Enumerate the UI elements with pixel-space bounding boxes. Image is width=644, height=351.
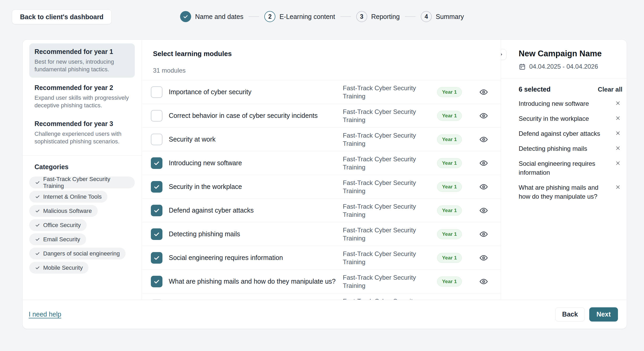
module-checkbox[interactable] xyxy=(151,228,162,240)
eye-icon xyxy=(479,253,488,262)
module-list-header: Select learning modules 31 modules xyxy=(142,40,501,74)
eye-icon xyxy=(479,135,488,144)
category-chip-fast-track-cyber-security-training[interactable]: Fast-Track Cyber Security Training xyxy=(29,177,135,188)
module-checkbox[interactable] xyxy=(151,134,162,145)
module-row: Introducing new softwareFast-Track Cyber… xyxy=(142,151,501,175)
category-chip-office-security[interactable]: Office Security xyxy=(29,219,87,231)
preview-module-button[interactable] xyxy=(478,205,489,216)
badge-cell: Year 1 xyxy=(430,87,469,97)
close-icon xyxy=(615,160,621,166)
recommendations-sidebar: Recommended for year 1Best for new users… xyxy=(23,40,142,300)
card-body: Recommended for year 1Best for new users… xyxy=(23,40,627,300)
module-category: Fast-Track Cyber Security Training xyxy=(343,179,430,195)
next-button[interactable]: Next xyxy=(589,307,618,322)
eye-cell xyxy=(469,205,498,216)
module-title: Security in the workplace xyxy=(169,183,343,190)
module-checkbox[interactable] xyxy=(151,181,162,193)
module-checkbox[interactable] xyxy=(151,86,162,98)
remove-selected-button[interactable] xyxy=(613,129,622,137)
selected-module-item: Security in the workplace xyxy=(519,114,622,123)
category-chip-mobile-security[interactable]: Mobile Security xyxy=(29,262,88,274)
selected-module-label: What are phishing mails and how do they … xyxy=(519,183,610,201)
preview-module-button[interactable] xyxy=(478,110,489,121)
close-icon xyxy=(615,115,621,121)
step-summary[interactable]: 4Summary xyxy=(421,11,464,22)
eye-cell xyxy=(469,276,498,287)
recommendation-recommended-for-year-2[interactable]: Recommended for year 2Expand user skills… xyxy=(29,79,135,114)
selected-module-item: Detecting phishing mails xyxy=(519,144,622,153)
campaign-name: New Campaign Name xyxy=(519,49,619,59)
module-category: Fast-Track Cyber Security Training xyxy=(343,297,430,300)
eye-cell xyxy=(469,229,498,240)
category-chip-label: Fast-Track Cyber Security Training xyxy=(43,176,129,189)
chevron-right-icon xyxy=(501,52,504,57)
selected-module-item: Social engineering requires information xyxy=(519,159,622,177)
step-name-and-dates[interactable]: Name and dates xyxy=(180,11,243,22)
year-badge: Year 1 xyxy=(437,205,462,215)
remove-selected-button[interactable] xyxy=(613,144,622,152)
selected-modules-section: 6 selected Clear all Introducing new sof… xyxy=(501,78,627,201)
category-chip-internet-online-tools[interactable]: Internet & Online Tools xyxy=(29,191,107,203)
check-icon xyxy=(35,251,40,256)
preview-module-button[interactable] xyxy=(478,181,489,192)
module-list-panel: Select learning modules 31 modules Impor… xyxy=(142,40,501,300)
back-to-dashboard-button[interactable]: Back to client's dashboard xyxy=(12,9,112,24)
remove-selected-button[interactable] xyxy=(613,114,622,122)
module-row: What are phishing mails and how do they … xyxy=(142,269,501,293)
campaign-date-range: 04.04.2025 - 04.04.2026 xyxy=(519,63,619,70)
step-reporting[interactable]: 3Reporting xyxy=(356,11,400,22)
recommendation-title: Recommended for year 2 xyxy=(34,84,130,92)
module-checkbox[interactable] xyxy=(151,157,162,169)
badge-cell: Year 1 xyxy=(430,229,469,239)
badge-cell: Year 1 xyxy=(430,111,469,121)
check-icon xyxy=(35,194,40,199)
step-number: 3 xyxy=(356,11,367,22)
check-icon xyxy=(35,237,40,242)
category-chip-malicious-software[interactable]: Malicious Software xyxy=(29,205,98,217)
category-chip-dangers-of-social-engineering[interactable]: Dangers of social engineering xyxy=(29,248,126,259)
category-chip-label: Email Security xyxy=(43,236,80,243)
help-link[interactable]: I need help xyxy=(29,310,61,318)
step-number: 4 xyxy=(421,11,432,22)
module-checkbox[interactable] xyxy=(151,110,162,122)
preview-module-button[interactable] xyxy=(478,87,489,98)
module-checkbox[interactable] xyxy=(151,276,162,287)
preview-module-button[interactable] xyxy=(478,134,489,145)
module-category: Fast-Track Cyber Security Training xyxy=(343,155,430,171)
preview-module-button[interactable] xyxy=(478,276,489,287)
step-label: Name and dates xyxy=(195,13,243,21)
close-icon xyxy=(615,130,621,136)
eye-icon xyxy=(479,88,488,97)
remove-selected-button[interactable] xyxy=(613,183,622,191)
module-checkbox[interactable] xyxy=(151,252,162,264)
category-chip-label: Mobile Security xyxy=(43,264,83,271)
module-row-partial: Fast-Track Cyber Security TrainingYear 1 xyxy=(142,293,501,300)
selected-module-label: Detecting phishing mails xyxy=(519,144,610,153)
preview-module-button[interactable] xyxy=(478,158,489,169)
selected-module-item: Introducing new software xyxy=(519,99,622,108)
module-category: Fast-Track Cyber Security Training xyxy=(343,202,430,219)
clear-all-button[interactable]: Clear all xyxy=(598,86,622,93)
eye-cell xyxy=(469,110,498,121)
collapse-panel-button[interactable] xyxy=(501,49,507,60)
module-category: Fast-Track Cyber Security Training xyxy=(343,108,430,124)
category-chip-email-security[interactable]: Email Security xyxy=(29,233,86,245)
badge-cell: Year 1 xyxy=(430,182,469,192)
module-checkbox[interactable] xyxy=(151,205,162,216)
remove-selected-button[interactable] xyxy=(613,159,622,167)
recommendation-recommended-for-year-1[interactable]: Recommended for year 1Best for new users… xyxy=(29,43,135,78)
back-button[interactable]: Back xyxy=(555,307,585,322)
preview-module-button[interactable] xyxy=(478,252,489,263)
step-e-learning-content[interactable]: 2E-Learning content xyxy=(264,11,335,22)
preview-module-button[interactable] xyxy=(478,229,489,240)
module-title: Correct behavior in case of cyber securi… xyxy=(169,112,343,119)
year-badge: Year 1 xyxy=(437,277,462,287)
calendar-icon xyxy=(519,63,526,70)
module-row: Detecting phishing mailsFast-Track Cyber… xyxy=(142,222,501,246)
module-row: Importance of cyber securityFast-Track C… xyxy=(142,80,501,104)
badge-cell: Year 1 xyxy=(430,158,469,168)
remove-selected-button[interactable] xyxy=(613,99,622,107)
selected-module-label: Introducing new software xyxy=(519,99,610,108)
eye-cell xyxy=(469,252,498,263)
recommendation-recommended-for-year-3[interactable]: Recommended for year 3Challenge experien… xyxy=(29,116,135,150)
